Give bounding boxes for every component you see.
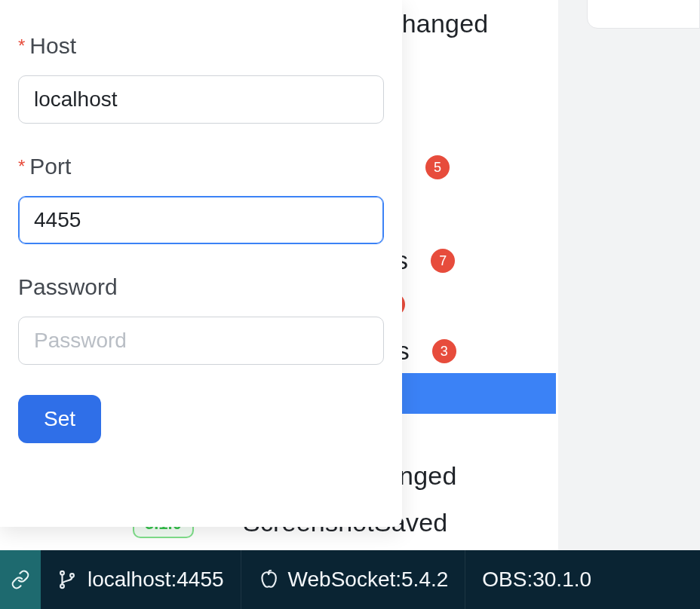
port-label: * Port [18, 154, 384, 179]
connection-popover: * Host * Port Password Set [0, 0, 402, 527]
event-badge: 7 [431, 249, 455, 273]
right-floating-card [587, 0, 700, 29]
form-group-host: * Host [18, 33, 384, 124]
git-branch-icon [57, 570, 77, 589]
event-row-2[interactable]: s 7 [395, 246, 455, 275]
link-icon [11, 570, 30, 589]
right-gutter [558, 0, 700, 550]
status-host-segment[interactable]: localhost:4455 [41, 550, 241, 609]
form-group-port: * Port [18, 154, 384, 244]
host-label-text: Host [29, 33, 76, 59]
host-input[interactable] [18, 75, 384, 124]
port-label-text: Port [29, 154, 71, 179]
required-asterisk: * [18, 37, 25, 55]
status-host-text: localhost:4455 [88, 568, 224, 592]
apple-icon [258, 570, 278, 589]
password-input[interactable] [18, 317, 384, 365]
required-asterisk: * [18, 158, 25, 176]
status-link-segment[interactable] [0, 550, 41, 609]
password-label: Password [18, 274, 384, 300]
event-badge: 3 [432, 339, 456, 363]
password-label-text: Password [18, 274, 118, 300]
status-obs-text: OBS:30.1.0 [482, 568, 591, 592]
port-input[interactable] [18, 196, 384, 244]
status-bar: localhost:4455 WebSocket:5.4.2 OBS:30.1.… [0, 550, 700, 609]
status-ws-segment[interactable]: WebSocket:5.4.2 [241, 550, 466, 609]
form-group-password: Password [18, 274, 384, 365]
host-label: * Host [18, 33, 384, 59]
status-obs-segment[interactable]: OBS:30.1.0 [465, 550, 608, 609]
event-row-1[interactable]: 5 [425, 155, 450, 179]
status-ws-text: WebSocket:5.4.2 [288, 568, 449, 592]
set-button[interactable]: Set [18, 395, 101, 443]
event-badge: 5 [425, 155, 450, 179]
